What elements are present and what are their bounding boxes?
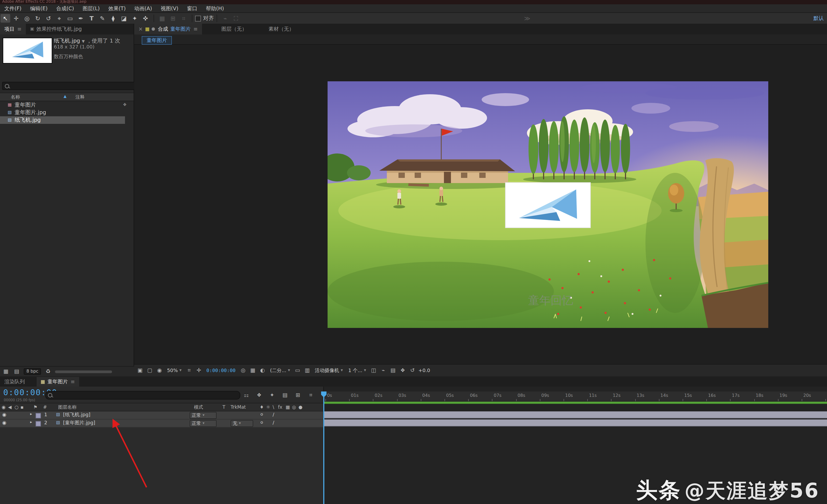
layer-row[interactable]: ◉ ▸ 2 ▧ [童年图片.jpg] 正常▾ 无▾ ⚪ / <box>0 419 323 427</box>
clone-stamp-tool[interactable]: ⧫ <box>108 14 118 22</box>
selection-tool[interactable]: ↖ <box>1 14 10 22</box>
mask-visibility-icon[interactable]: ✛ <box>195 366 203 374</box>
tab-composition[interactable]: × ● 合成 童年图片 ≡ <box>134 24 202 35</box>
layer-label-chip[interactable] <box>36 413 41 418</box>
composition-canvas[interactable]: 童年回忆 <box>328 81 768 328</box>
layer-row[interactable]: ◉ ▸ 1 ▧ [纸飞机.jpg] 正常▾ ⚪ / <box>0 411 323 419</box>
layer-switch-icon[interactable]: ⚪ <box>260 420 264 425</box>
sort-direction-icon[interactable]: ▲ <box>63 95 66 99</box>
timeline-search-input[interactable] <box>54 392 238 398</box>
flowchart-icon[interactable]: ❖ <box>399 366 406 374</box>
show-snapshot-icon[interactable]: ▦ <box>249 366 256 374</box>
hand-tool[interactable]: ✛ <box>11 14 21 22</box>
new-folder-icon[interactable]: ▤ <box>13 367 20 375</box>
tab-effect-controls[interactable]: ▣ 效果控件纸飞机.jpg <box>26 24 86 35</box>
project-bit-depth[interactable]: 8 bpc <box>24 368 41 375</box>
layer-expander[interactable]: ▸ <box>30 420 32 424</box>
brush-tool[interactable]: ✎ <box>98 14 107 22</box>
comp-time-display[interactable]: 0:00:00:00 <box>205 367 237 373</box>
pen-tool[interactable]: ✒ <box>76 14 86 22</box>
project-item-footage-selected[interactable]: ▧ 纸飞机.jpg <box>0 116 125 124</box>
active-camera-select[interactable]: 活动摄像机▾ <box>313 367 345 373</box>
resolution-select[interactable]: (二分...▾ <box>268 367 291 373</box>
interpret-footage-icon[interactable]: ▦ <box>2 367 10 375</box>
menu-file[interactable]: 文件(F) <box>0 6 26 11</box>
tab-timeline-comp[interactable]: 童年图片 ≡ <box>37 377 79 387</box>
column-trkmat[interactable]: TrkMat <box>231 405 246 409</box>
workspace-selector[interactable]: 默认 <box>814 16 827 21</box>
project-item-footage[interactable]: ▧ 童年图片.jpg <box>0 109 125 116</box>
column-comment[interactable]: 注释 <box>76 95 85 99</box>
project-search-input[interactable] <box>11 83 133 89</box>
comp-mini-flowchart-icon[interactable]: ⚏ <box>242 391 250 399</box>
motion-blur-icon[interactable]: ⊞ <box>294 391 302 399</box>
menu-window[interactable]: 窗口 <box>183 6 201 11</box>
column-layer-name[interactable]: 图层名称 <box>58 405 77 409</box>
project-list-header[interactable]: 名称 ▲ 注释 <box>0 93 134 101</box>
chevron-down-icon[interactable]: ▼ <box>82 39 85 44</box>
playhead-line[interactable] <box>323 392 324 504</box>
roto-brush-tool[interactable]: ✦ <box>130 14 140 22</box>
snap-checkbox[interactable] <box>195 15 201 21</box>
work-area-bar[interactable] <box>324 402 827 404</box>
timeline-ruler[interactable]: 0s01s02s03s04s05s06s07s08s09s10s11s12s13… <box>324 392 827 402</box>
eraser-tool[interactable]: ◪ <box>119 14 129 22</box>
menu-help[interactable]: 帮助(H) <box>201 6 228 11</box>
zoom-tool[interactable]: ◎ <box>22 14 32 22</box>
hide-shy-icon[interactable]: ✦ <box>268 391 276 399</box>
tab-render-queue[interactable]: 渲染队列 <box>0 377 29 387</box>
column-mode[interactable]: 模式 <box>194 405 203 409</box>
shape-tool[interactable]: ▭ <box>65 14 75 22</box>
exposure-value[interactable]: +0.0 <box>418 368 430 373</box>
panel-menu-icon[interactable]: ≡ <box>70 380 75 385</box>
column-t[interactable]: T <box>223 405 225 409</box>
layer-switch-icon[interactable]: ⚪ <box>260 412 264 417</box>
snapshot-camera-icon[interactable]: ◎ <box>239 366 247 374</box>
frame-blend-icon[interactable]: ▤ <box>281 391 289 399</box>
graph-editor-icon[interactable]: ⌗ <box>307 391 314 399</box>
menu-view[interactable]: 视图(V) <box>156 6 183 11</box>
fast-preview-icon[interactable]: ⌁ <box>380 366 387 374</box>
layer-quality-icon[interactable]: / <box>273 412 274 417</box>
transparency-grid-icon[interactable]: ▥ <box>304 366 311 374</box>
main-viewer-icon[interactable]: ▢ <box>146 366 153 374</box>
column-name[interactable]: 名称 <box>11 95 20 99</box>
rotation-tool[interactable]: ↺ <box>44 14 53 22</box>
text-tool[interactable]: T <box>87 14 96 22</box>
timeline-button-icon[interactable]: ▤ <box>389 366 397 374</box>
show-channel-icon[interactable]: ◐ <box>259 366 266 374</box>
menu-layer[interactable]: 图层(L) <box>79 6 104 11</box>
layer-trkmat-select[interactable]: 无▾ <box>231 420 253 427</box>
layer-duration-bar[interactable] <box>324 419 827 426</box>
close-icon[interactable]: × <box>139 27 143 32</box>
layer-duration-bar[interactable] <box>324 411 827 418</box>
project-item-composition[interactable]: ▦ 童年图片 ❖ <box>0 101 125 109</box>
layer-name[interactable]: [童年图片.jpg] <box>63 420 95 425</box>
puppet-tool[interactable]: ✜ <box>141 14 150 22</box>
exposure-reset-icon[interactable]: ↺ <box>409 366 416 374</box>
pan-behind-tool[interactable]: ⌖ <box>54 14 64 22</box>
layer-quality-icon[interactable]: / <box>273 420 274 425</box>
menu-effect[interactable]: 效果(T) <box>104 6 130 11</box>
menu-edit[interactable]: 编辑(E) <box>26 6 52 11</box>
layer-label-chip[interactable] <box>36 421 41 426</box>
menu-composition[interactable]: 合成(C) <box>52 6 79 11</box>
lock-icon[interactable]: ● <box>151 27 155 31</box>
roi-icon[interactable]: ▭ <box>294 366 301 374</box>
layer-visibility-toggle[interactable]: ◉ <box>2 420 6 425</box>
magnification-select[interactable]: 50%▾ <box>165 367 183 373</box>
layer-mode-select[interactable]: 正常▾ <box>190 420 216 427</box>
tab-footage-viewer[interactable]: 素材（无） <box>264 24 298 35</box>
composition-viewer-tab[interactable]: 童年图片 <box>142 36 172 45</box>
layer-expander[interactable]: ▸ <box>30 412 32 416</box>
thumbnail-size-slider[interactable] <box>55 370 112 373</box>
orbit-camera-tool[interactable]: ↻ <box>33 14 43 22</box>
always-preview-icon[interactable]: ▣ <box>136 366 144 374</box>
pixel-aspect-icon[interactable]: ◫ <box>370 366 377 374</box>
panel-menu-icon[interactable]: ≡ <box>17 27 21 32</box>
project-search-box[interactable] <box>2 82 136 90</box>
layer-name[interactable]: [纸飞机.jpg] <box>63 412 91 417</box>
tab-project[interactable]: 项目 ≡ <box>0 24 26 35</box>
timeline-search-box[interactable] <box>45 391 240 400</box>
menu-animation[interactable]: 动画(A) <box>130 6 156 11</box>
